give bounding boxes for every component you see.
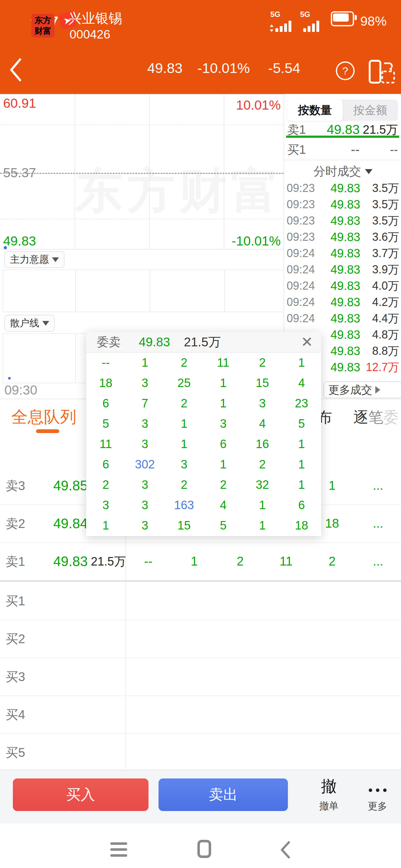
active-tab-underline	[36, 429, 59, 433]
tab-by-amount[interactable]: 按金额	[343, 100, 398, 121]
back-icon[interactable]	[8, 57, 23, 83]
app-screen: 9:27 ➤ 5G 5G 98% 东方 财富 兴业银锡 000	[0, 0, 401, 868]
header-change-pct: -10.01%	[197, 60, 250, 76]
indicator-dropdown-retail-line[interactable]: 散户线	[4, 315, 55, 332]
sell1-volume: 21.5万	[360, 122, 398, 138]
trade-row: 09:2349.833.5万	[284, 196, 401, 213]
popup-header: 委卖 49.83 21.5万 ✕	[86, 332, 321, 352]
network-type-label: 5G	[270, 10, 280, 19]
trade-row: 09:2449.834.0万	[284, 278, 401, 294]
sell-queue-popup: 委卖 49.83 21.5万 ✕ --121121 183251154 6721…	[86, 332, 321, 536]
trade-row: 09:2449.834.2万	[284, 294, 401, 310]
buy1-price: --	[315, 142, 360, 157]
popup-grid-row: --121121	[86, 352, 321, 373]
watermark: 东方财富	[75, 159, 283, 223]
popup-grid-row: 183251154	[86, 373, 321, 393]
indicator-panel-1	[2, 270, 285, 312]
chart-low-pct-label: -10.01%	[205, 234, 281, 249]
popup-grid-row: 2322321	[86, 475, 321, 495]
tab-full-queue[interactable]: 全息队列	[11, 406, 77, 428]
buy5-row[interactable]: 买5	[0, 733, 401, 772]
popup-grid-row: 531345	[86, 414, 321, 434]
chevron-right-icon	[375, 386, 380, 394]
sell1-price: 49.83	[315, 122, 360, 137]
eastmoney-logo: 东方 财富	[31, 14, 55, 38]
buy3-row[interactable]: 买3	[0, 658, 401, 696]
popup-grid-row: 63023121	[86, 454, 321, 475]
stock-code: 000426	[69, 28, 110, 41]
trades-title-dropdown[interactable]: 分时成交	[284, 163, 401, 179]
ellipsis-icon	[357, 784, 398, 796]
sell-button[interactable]: 卖出	[159, 778, 288, 811]
trade-row: 09:2349.833.5万	[284, 180, 401, 196]
header-change: -5.54	[268, 60, 300, 76]
trade-action-bar: 买入 卖出 撤 撤单 更多	[0, 770, 401, 824]
chevron-down-icon	[365, 169, 372, 174]
status-bar: 9:27 ➤ 5G 5G 98%	[0, 0, 401, 44]
chart-bottom-border	[0, 249, 284, 250]
popup-grid-row: 33163416	[86, 495, 321, 516]
popup-grid-row: 13155118	[86, 516, 321, 536]
header-price: 49.83	[147, 60, 183, 76]
gridline	[0, 219, 284, 219]
gridline	[0, 125, 284, 125]
trade-row: 09:2449.833.7万	[284, 245, 401, 261]
buy2-row[interactable]: 买2	[0, 620, 401, 658]
back-nav-icon[interactable]	[280, 840, 291, 859]
tab-by-quantity[interactable]: 按数量	[287, 100, 343, 121]
chevron-down-icon	[42, 321, 49, 326]
trade-row: 09:2449.834.4万	[284, 310, 401, 327]
cancel-order-button[interactable]: 撤 撤单	[309, 770, 349, 824]
stock-name: 兴业银锡	[68, 9, 122, 28]
indicator-line-dot	[8, 377, 11, 379]
indicator-dropdown-main-force[interactable]: 主力意愿	[4, 251, 64, 268]
signal-strength-icon: 5G	[300, 12, 329, 32]
midline	[0, 173, 284, 174]
popup-grid-row: 6721323	[86, 393, 321, 414]
trade-row: 09:2349.833.5万	[284, 213, 401, 229]
trade-row: 09:2349.833.6万	[284, 229, 401, 245]
battery-percent: 98%	[360, 14, 386, 29]
gridline	[224, 95, 224, 249]
buy1-volume: --	[360, 143, 398, 157]
battery-nub	[355, 15, 357, 20]
quote-tabs: 按数量 按金额	[287, 100, 398, 121]
trade-row: 09:2449.833.9万	[284, 261, 401, 278]
gridline	[75, 95, 75, 249]
recents-icon[interactable]	[110, 842, 127, 860]
system-nav-bar	[0, 824, 401, 868]
more-actions-button[interactable]: 更多	[357, 770, 398, 824]
chart-low-label: 49.83	[3, 234, 36, 249]
price-line-dot	[4, 246, 7, 249]
more-trades-button[interactable]: 更多成交	[323, 381, 401, 398]
sell1-row[interactable]: 卖1 49.83 21.5万 -- 1 2 11 2 ...	[0, 542, 401, 582]
time-axis-label: 09:30	[4, 383, 37, 398]
tab-tick-orders-partial[interactable]: 逐笔委	[353, 407, 399, 427]
close-icon[interactable]: ✕	[301, 335, 313, 349]
buy1-quote-row: 买1 -- --	[287, 142, 398, 158]
help-icon[interactable]: ?	[336, 61, 355, 80]
popup-grid-row: 11316161	[86, 434, 321, 454]
chart-high-label: 60.91	[3, 96, 36, 111]
sell1-queue: -- 1 2 11 2 ...	[125, 542, 401, 580]
home-icon[interactable]	[197, 840, 211, 858]
gridline	[149, 95, 150, 249]
chart-mid-label: 55.37	[3, 165, 36, 180]
network-type-label: 5G	[300, 10, 310, 19]
buy-button[interactable]: 买入	[13, 778, 148, 811]
rotate-landscape-icon[interactable]	[368, 58, 395, 85]
buy4-row[interactable]: 买4	[0, 695, 401, 734]
buy1-row[interactable]: 买1	[0, 582, 401, 620]
sell1-underline	[286, 135, 399, 138]
battery-icon	[331, 11, 354, 26]
chevron-down-icon	[52, 257, 59, 262]
chart-high-pct-label: 10.01%	[219, 98, 281, 113]
signal-strength-icon: 5G	[270, 12, 299, 32]
